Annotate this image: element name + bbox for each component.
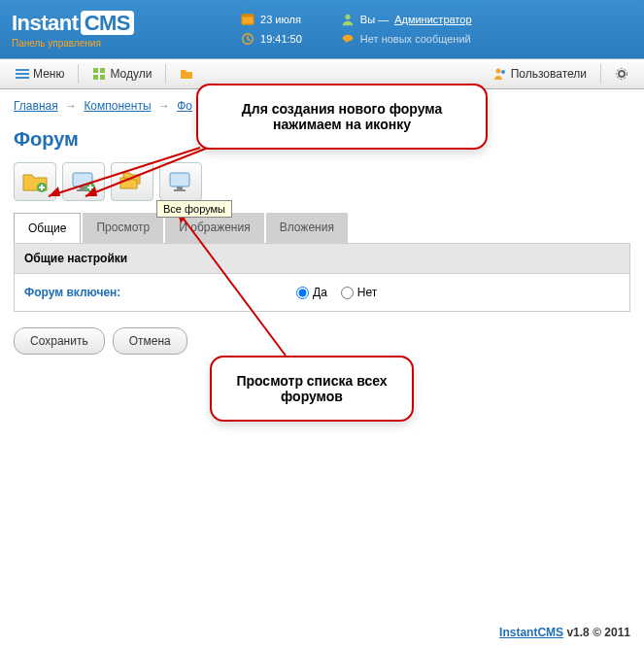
add-category-button[interactable] [14, 162, 56, 201]
header-date-time: 23 июля 19:41:50 [241, 13, 302, 46]
radio-yes-input[interactable] [296, 287, 309, 299]
user-link[interactable]: Администратор [394, 14, 471, 25]
all-forums-button[interactable]: Все форумы [159, 162, 202, 201]
radio-no-input[interactable] [341, 287, 354, 299]
nav-modules[interactable]: Модули [85, 63, 159, 85]
add-forum-button[interactable] [62, 162, 105, 201]
modules-icon [92, 67, 106, 81]
monitor-icon [167, 170, 194, 193]
svg-rect-11 [100, 75, 105, 80]
nav-hidden-item[interactable] [172, 63, 201, 85]
svg-rect-7 [16, 77, 29, 79]
settings-tabs: Общие Просмотр И ображения Вложения [0, 213, 644, 243]
folders-icon [119, 170, 146, 193]
svg-rect-22 [177, 187, 183, 189]
callout-bottom: Просмотр списка всех форумов [210, 356, 414, 422]
svg-rect-5 [16, 69, 29, 71]
footer: InstantCMS v1.8 © 2011 [499, 626, 630, 639]
folder-plus-icon [21, 170, 49, 193]
user-prefix: Вы — [360, 14, 389, 25]
svg-rect-23 [174, 189, 186, 191]
breadcrumb-current[interactable]: Фо [177, 99, 192, 113]
svg-point-13 [501, 70, 505, 74]
arrow-icon: → [158, 99, 170, 113]
settings-panel: Общие настройки Форум включен: Да Нет [14, 243, 630, 312]
admin-header: InstantCMS Панель управления 23 июля 19:… [0, 0, 644, 58]
tab-view[interactable]: Просмотр [83, 213, 163, 243]
message-icon [341, 32, 355, 46]
svg-point-12 [495, 69, 500, 74]
svg-rect-10 [93, 75, 98, 80]
calendar-icon [241, 13, 254, 26]
svg-rect-8 [93, 68, 98, 73]
setting-row-enabled: Форум включен: Да Нет [15, 274, 629, 311]
time-text: 19:41:50 [260, 33, 302, 45]
tooltip: Все форумы [156, 200, 232, 218]
all-categories-button[interactable] [111, 162, 153, 201]
cancel-button[interactable]: Отмена [113, 327, 187, 355]
footer-brand-link[interactable]: InstantCMS [499, 626, 563, 639]
users-icon [493, 67, 507, 81]
nav-menu[interactable]: Меню [8, 63, 72, 85]
date-text: 23 июля [260, 14, 301, 25]
gear-icon [615, 67, 628, 81]
save-button[interactable]: Сохранить [14, 327, 105, 355]
logo: InstantCMS Панель управления [12, 11, 134, 49]
nav-divider [165, 64, 166, 84]
logo-subtitle: Панель управления [12, 38, 134, 49]
settings-section-title: Общие настройки [15, 244, 629, 274]
radio-no[interactable]: Нет [341, 286, 377, 299]
nav-users[interactable]: Пользователи [486, 63, 594, 85]
breadcrumb-components[interactable]: Компоненты [84, 99, 151, 113]
logo-text: InstantCMS [12, 11, 134, 36]
arrow-icon: → [65, 99, 77, 113]
nav-divider [600, 64, 601, 84]
monitor-plus-icon [70, 170, 97, 193]
radio-yes[interactable]: Да [296, 286, 327, 299]
menu-icon [16, 67, 29, 81]
clock-icon [241, 32, 254, 46]
user-icon [341, 13, 355, 26]
svg-rect-18 [80, 187, 85, 189]
svg-rect-1 [242, 15, 254, 17]
nav-divider [78, 64, 79, 84]
tab-general[interactable]: Общие [14, 213, 81, 243]
header-user-area: Вы — Администратор Нет новых сообщений [341, 13, 472, 46]
nav-settings[interactable] [607, 63, 636, 85]
svg-rect-6 [16, 73, 29, 75]
svg-point-14 [619, 71, 625, 77]
svg-rect-9 [100, 68, 105, 73]
folder-icon [180, 67, 193, 81]
messages-link[interactable]: Нет новых сообщений [360, 33, 471, 45]
breadcrumb-home[interactable]: Главная [14, 99, 58, 113]
svg-point-3 [345, 15, 350, 19]
tab-attachments[interactable]: Вложения [266, 213, 348, 243]
callout-top: Для создания нового форума нажимаем на и… [196, 84, 488, 150]
action-toolbar: Все форумы [0, 162, 644, 213]
svg-rect-21 [170, 173, 189, 187]
setting-label: Форум включен: [24, 286, 296, 299]
svg-point-4 [343, 35, 354, 42]
